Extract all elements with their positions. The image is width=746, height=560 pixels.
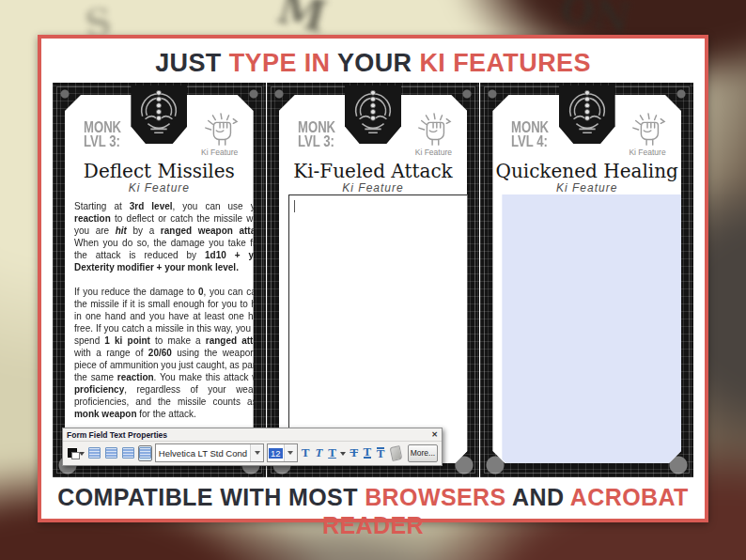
toolbar-title: Form Field Text Properties — [67, 430, 167, 440]
cards-row: MONK LVL 3: Ki Feature Deflect Missiles … — [53, 83, 693, 477]
footer-text: COMPATIBLE WITH MOST BROWSERS AND ACROBA… — [41, 483, 705, 539]
level-label: LVL 3: — [84, 134, 121, 148]
chevron-down-icon[interactable] — [284, 444, 297, 461]
underline-button[interactable]: T — [327, 445, 337, 461]
text-color-icon — [71, 452, 80, 459]
class-label: MONK — [84, 120, 121, 134]
level-label: LVL 4: — [511, 134, 549, 148]
close-icon[interactable]: ✕ — [431, 430, 438, 439]
font-size-select[interactable]: 12 — [267, 443, 298, 462]
ki-feature-tag: Ki Feature — [621, 148, 674, 157]
chevron-down-icon[interactable] — [250, 444, 263, 461]
card-face: MONK LVL 3: Ki Feature Ki-Fueled Attack … — [279, 95, 468, 463]
align-right-button[interactable] — [121, 445, 135, 461]
underline-dropdown-arrow-icon[interactable] — [340, 452, 346, 459]
class-level-label: MONK LVL 3: — [298, 120, 335, 148]
class-level-label: MONK LVL 3: — [84, 120, 121, 148]
text-caret — [294, 200, 296, 212]
ki-feature-tag: Ki Feature — [194, 148, 246, 157]
align-justify-button[interactable] — [138, 445, 152, 461]
align-center-icon — [105, 447, 117, 459]
bold-button[interactable]: T — [301, 445, 311, 461]
strikethrough-button[interactable]: T — [349, 445, 359, 461]
italic-button[interactable]: T — [314, 445, 324, 461]
font-family-value: Helvetica LT Std Cond — [156, 448, 250, 459]
card-subtitle: Ki Feature — [279, 182, 468, 194]
card-face: MONK LVL 4: Ki Feature Quickened Healing… — [492, 95, 681, 463]
superscript-button[interactable]: T — [375, 445, 385, 461]
card-title: Ki-Fueled Attack — [279, 161, 468, 181]
align-left-icon — [88, 447, 101, 459]
feature-card-ki-fueled-attack: MONK LVL 3: Ki Feature Ki-Fueled Attack … — [267, 83, 480, 477]
toolbar-title-bar[interactable]: Form Field Text Properties ✕ — [63, 428, 442, 442]
card-face: MONK LVL 3: Ki Feature Deflect Missiles … — [65, 95, 254, 463]
align-left-button[interactable] — [87, 445, 101, 461]
feature-card-quickened-healing: MONK LVL 4: Ki Feature Quickened Healing… — [480, 83, 693, 477]
card-subtitle: Ki Feature — [65, 182, 254, 194]
ki-feature-tag: Ki Feature — [407, 148, 459, 157]
monk-emblem-icon — [345, 86, 401, 144]
font-size-value: 12 — [269, 448, 283, 459]
format-painter-icon[interactable] — [389, 445, 402, 461]
level-label: LVL 3: — [298, 134, 335, 148]
monk-emblem-icon — [131, 86, 187, 144]
subscript-button[interactable]: T — [362, 445, 372, 461]
class-level-label: MONK LVL 4: — [511, 120, 549, 148]
header-title: JUST TYPE IN YOUR KI FEATURES — [41, 48, 705, 78]
text-color-button[interactable] — [67, 447, 76, 459]
card-title: Deflect Missiles — [65, 161, 254, 181]
fist-icon — [199, 112, 242, 151]
card-title: Quickened Healing — [492, 161, 681, 181]
class-label: MONK — [298, 120, 335, 134]
monk-emblem-icon — [559, 86, 615, 144]
highlighted-text-field[interactable] — [502, 194, 696, 471]
class-label: MONK — [511, 120, 549, 134]
align-center-button[interactable] — [104, 445, 118, 461]
form-field-text-properties-toolbar: Form Field Text Properties ✕ Helvetica L… — [62, 428, 443, 466]
fist-icon — [412, 112, 456, 151]
toolbar-controls: Helvetica LT Std Cond 12 T T T T T T Mor… — [63, 442, 442, 464]
feature-text-field[interactable]: Starting at 3rd level, you can use your … — [74, 200, 269, 420]
card-subtitle: Ki Feature — [492, 182, 681, 194]
align-justify-icon — [139, 447, 151, 459]
align-right-icon — [122, 447, 134, 459]
fist-icon — [627, 112, 670, 151]
feature-card-deflect-missiles: MONK LVL 3: Ki Feature Deflect Missiles … — [53, 83, 266, 477]
font-family-select[interactable]: Helvetica LT Std Cond — [155, 443, 264, 462]
more-button[interactable]: More... — [408, 444, 438, 462]
